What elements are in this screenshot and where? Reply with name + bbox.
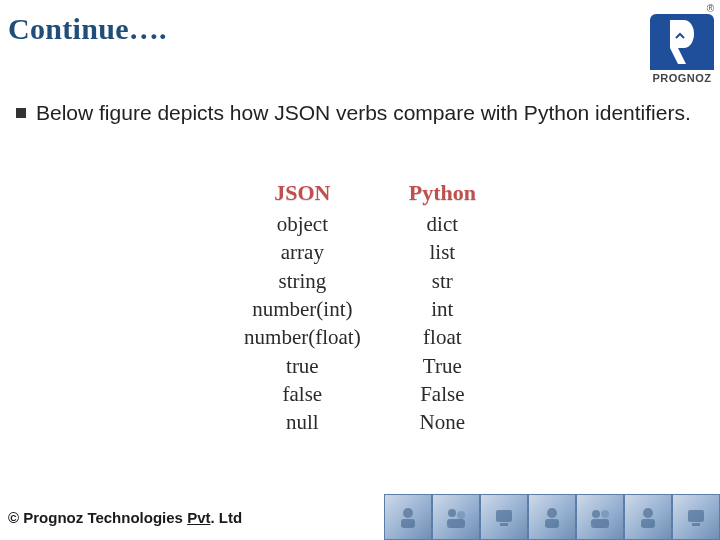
slide-title: Continue…. xyxy=(8,12,167,46)
footer-thumb xyxy=(432,494,480,540)
copyright-text: © Prognoz Technologies Pvt. Ltd xyxy=(0,509,242,526)
logo-brand-text: PROGNOZ xyxy=(650,72,714,84)
bullet-square-icon xyxy=(16,108,26,118)
svg-rect-15 xyxy=(692,523,700,526)
svg-rect-4 xyxy=(447,519,465,528)
footer-thumb xyxy=(480,494,528,540)
python-cell: None xyxy=(420,408,466,436)
svg-point-3 xyxy=(457,511,465,519)
svg-rect-14 xyxy=(688,510,704,522)
brand-logo: ® PROGNOZ xyxy=(650,4,714,84)
svg-point-2 xyxy=(448,509,456,517)
registered-mark: ® xyxy=(650,4,714,14)
python-column: Python dict list str int float True Fals… xyxy=(409,180,476,437)
footer-thumb xyxy=(576,494,624,540)
json-cell: number(int) xyxy=(252,295,352,323)
python-cell: dict xyxy=(427,210,459,238)
footer-image-strip xyxy=(384,494,720,540)
logo-icon xyxy=(650,14,714,70)
svg-point-9 xyxy=(592,510,600,518)
svg-rect-13 xyxy=(641,519,655,528)
comparison-table: JSON object array string number(int) num… xyxy=(0,180,720,437)
python-cell: False xyxy=(420,380,464,408)
python-cell: True xyxy=(423,352,462,380)
json-cell: null xyxy=(286,408,319,436)
svg-rect-8 xyxy=(545,519,559,528)
copyright-pvt: Pvt xyxy=(187,509,210,526)
json-column: JSON object array string number(int) num… xyxy=(244,180,361,437)
json-cell: array xyxy=(281,238,324,266)
footer-thumb xyxy=(384,494,432,540)
copyright-tail: . Ltd xyxy=(210,509,242,526)
json-header: JSON xyxy=(274,180,330,206)
python-cell: int xyxy=(431,295,453,323)
footer-thumb xyxy=(672,494,720,540)
python-header: Python xyxy=(409,180,476,206)
slide-footer: © Prognoz Technologies Pvt. Ltd xyxy=(0,494,720,540)
json-cell: object xyxy=(277,210,328,238)
svg-point-7 xyxy=(547,508,557,518)
footer-thumb xyxy=(624,494,672,540)
python-cell: float xyxy=(423,323,461,351)
copyright-prefix: © Prognoz Technologies xyxy=(8,509,187,526)
svg-rect-1 xyxy=(401,519,415,528)
svg-point-12 xyxy=(643,508,653,518)
json-cell: false xyxy=(283,380,323,408)
svg-rect-5 xyxy=(496,510,512,522)
python-cell: list xyxy=(429,238,455,266)
bullet-text: Below figure depicts how JSON verbs comp… xyxy=(36,100,691,126)
svg-rect-6 xyxy=(500,523,508,526)
bullet-item: Below figure depicts how JSON verbs comp… xyxy=(16,100,712,126)
python-cell: str xyxy=(432,267,453,295)
svg-rect-11 xyxy=(591,519,609,528)
json-cell: true xyxy=(286,352,319,380)
json-cell: number(float) xyxy=(244,323,361,351)
footer-thumb xyxy=(528,494,576,540)
svg-point-10 xyxy=(601,510,609,518)
json-cell: string xyxy=(278,267,326,295)
svg-point-0 xyxy=(403,508,413,518)
